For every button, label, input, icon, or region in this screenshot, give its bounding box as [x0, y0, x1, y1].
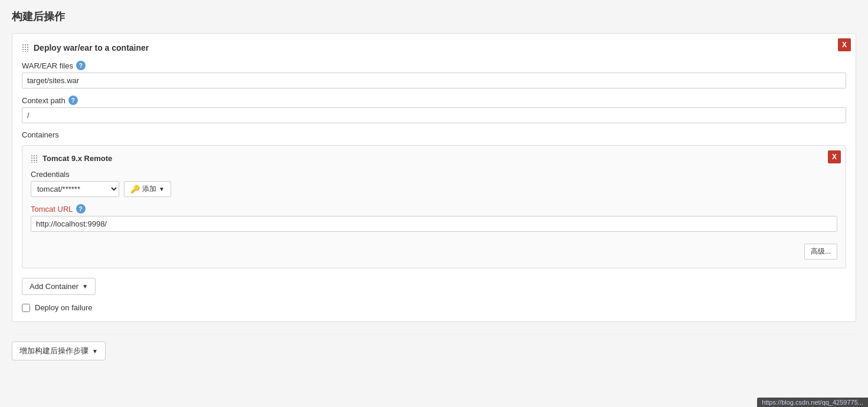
add-credentials-button[interactable]: 🔑 添加 ▼ — [124, 181, 171, 197]
delete-container-button[interactable]: X — [828, 150, 841, 163]
drag-handle-icon — [22, 44, 29, 52]
war-ear-input[interactable] — [22, 73, 846, 88]
section-header: Deploy war/ear to a container — [22, 43, 846, 52]
tomcat-url-input[interactable] — [31, 216, 837, 232]
context-path-label: Context path ? — [22, 96, 846, 105]
section-title: Deploy war/ear to a container — [34, 43, 149, 52]
war-ear-help-icon[interactable]: ? — [76, 61, 86, 70]
credentials-row: tomcat/****** 🔑 添加 ▼ — [31, 181, 837, 197]
context-path-group: Context path ? — [22, 96, 846, 123]
add-container-button[interactable]: Add Container ▼ — [22, 278, 96, 295]
advanced-button[interactable]: 高级... — [804, 244, 837, 260]
add-step-button[interactable]: 增加构建后操作步骤 ▼ — [12, 342, 106, 360]
context-path-input[interactable] — [22, 107, 846, 123]
war-ear-group: WAR/EAR files ? — [22, 61, 846, 88]
container-drag-handle-icon — [31, 155, 38, 163]
caret-icon: ▼ — [159, 186, 165, 192]
key-icon: 🔑 — [130, 185, 140, 193]
add-step-caret-icon: ▼ — [92, 348, 98, 355]
deploy-on-failure-checkbox[interactable] — [22, 304, 30, 312]
page-title: 构建后操作 — [12, 9, 856, 24]
post-build-section: X Deploy war/ear to a container WAR/EAR … — [12, 33, 856, 322]
bottom-bar: 增加构建后操作步骤 ▼ — [12, 334, 856, 360]
add-container-caret-icon: ▼ — [82, 283, 88, 290]
tomcat-url-label: Tomcat URL ? — [31, 204, 837, 214]
deploy-on-failure-label: Deploy on failure — [35, 303, 93, 312]
page-container: 构建后操作 X Deploy war/ear to a container WA… — [0, 0, 868, 407]
container-header: Tomcat 9.x Remote — [31, 154, 837, 163]
credentials-group: Credentials tomcat/****** 🔑 添加 ▼ — [31, 170, 837, 197]
context-path-help-icon[interactable]: ? — [68, 96, 78, 105]
war-ear-label: WAR/EAR files ? — [22, 61, 846, 70]
tomcat-url-help-icon[interactable]: ? — [76, 204, 86, 214]
advanced-row: 高级... — [31, 239, 837, 260]
url-bar: https://blog.csdn.net/qq_4259775... — [757, 398, 868, 407]
credentials-select[interactable]: tomcat/****** — [31, 181, 119, 197]
container-title: Tomcat 9.x Remote — [42, 154, 112, 163]
containers-label: Containers — [22, 130, 846, 139]
deploy-failure-row: Deploy on failure — [22, 303, 846, 312]
container-box: X Tomcat 9.x Remote Credentials tomcat/*… — [22, 145, 846, 268]
delete-section-button[interactable]: X — [838, 38, 851, 51]
tomcat-url-group: Tomcat URL ? — [31, 204, 837, 232]
credentials-label: Credentials — [31, 170, 837, 179]
